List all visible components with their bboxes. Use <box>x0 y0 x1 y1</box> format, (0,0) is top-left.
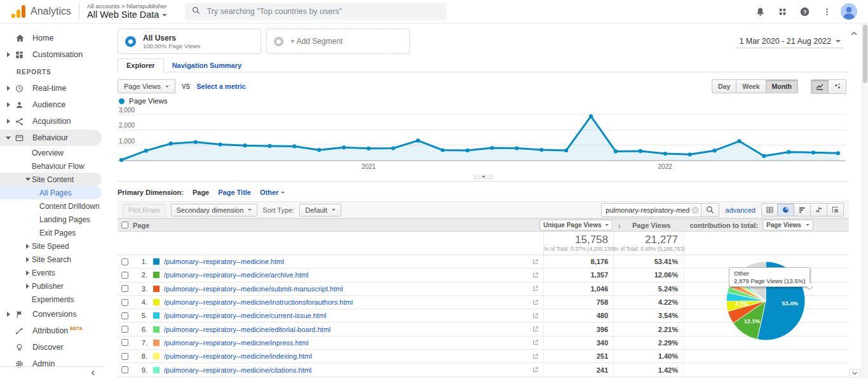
open-page-external-link-icon[interactable] <box>527 312 543 319</box>
global-search[interactable] <box>185 3 447 20</box>
sidebar-item-events[interactable]: Events <box>0 266 105 279</box>
analytics-logo-icon <box>11 5 25 18</box>
page-views-column-header[interactable]: Page Views <box>613 222 683 229</box>
row-checkbox[interactable] <box>121 312 128 319</box>
sidebar-item-site-speed[interactable]: Site Speed <box>0 239 105 253</box>
open-page-external-link-icon[interactable] <box>527 285 543 292</box>
account-switcher[interactable]: All accounts > hilarispublisher All Web … <box>87 3 167 20</box>
page-url-link[interactable]: /pulmonary--respiratory--medicine/archiv… <box>164 271 527 279</box>
date-range-picker[interactable]: 1 Mar 2020 - 21 Aug 2022 <box>736 35 844 48</box>
metric-dropdown[interactable]: Page Views <box>118 79 175 93</box>
vertical-scrollbar[interactable] <box>862 23 868 379</box>
page-url-link[interactable]: /pulmonary--respiratory--medicine/curren… <box>164 312 527 319</box>
sidebar-item-site-search[interactable]: Site Search <box>0 253 105 266</box>
open-page-external-link-icon[interactable] <box>527 326 543 333</box>
granularity-week-button[interactable]: Week <box>736 79 766 93</box>
area-chart-svg[interactable]: 1,0002,0003,00020212022 <box>118 106 846 172</box>
page-url-link[interactable]: /pulmonary--respiratory--medicine/inpres… <box>164 339 527 347</box>
sidebar-item-real-time[interactable]: Real-time <box>0 80 105 96</box>
row-checkbox[interactable] <box>121 272 128 279</box>
scrollbar-thumb[interactable] <box>863 25 867 83</box>
open-page-external-link-icon[interactable] <box>527 366 543 373</box>
tab-explorer[interactable]: Explorer <box>118 58 164 72</box>
page-column-header[interactable]: Page <box>133 222 543 229</box>
sidebar-item-behaviour-flow[interactable]: Behaviour Flow <box>0 159 105 173</box>
sort-type-dropdown[interactable]: Default <box>299 204 341 216</box>
page-url-link[interactable]: /pulmonary--respiratory--medicine/editor… <box>164 326 527 333</box>
open-page-external-link-icon[interactable] <box>527 353 543 360</box>
select-a-metric-link[interactable]: Select a metric <box>196 83 246 90</box>
sidebar-item-customisation[interactable]: Customisation <box>0 46 105 63</box>
page-url-link[interactable]: /pulmonary--respiratory--medicine/submit… <box>164 285 527 293</box>
dimension-page-title[interactable]: Page Title <box>218 189 251 196</box>
notifications-bell-icon[interactable] <box>751 3 769 20</box>
open-page-external-link-icon[interactable] <box>527 272 543 279</box>
metric-column-dropdown[interactable]: Unique Page Views <box>539 220 613 230</box>
row-checkbox[interactable] <box>121 339 128 346</box>
sidebar-item-label: Publisher <box>32 282 64 291</box>
pivot-view-icon[interactable] <box>827 203 844 216</box>
sidebar-item-landing-pages[interactable]: Landing Pages <box>0 213 105 226</box>
tab-navigation-summary[interactable]: Navigation Summary <box>164 59 250 72</box>
sidebar-item-publisher[interactable]: Publisher <box>0 279 105 293</box>
motion-chart-view-icon[interactable] <box>829 79 846 94</box>
sidebar-item-discover[interactable]: Discover <box>0 339 105 356</box>
apps-grid-icon[interactable] <box>773 3 791 20</box>
add-segment-button[interactable]: + Add Segment <box>266 29 410 54</box>
sidebar-item-site-content[interactable]: Site Content <box>0 173 102 186</box>
page-url-link[interactable]: /pulmonary--respiratory--medicine/citati… <box>164 366 527 374</box>
contribution-metric-dropdown[interactable]: Page Views <box>763 220 813 230</box>
chevron-down-icon <box>836 40 841 43</box>
advanced-search-link[interactable]: advanced <box>725 206 756 214</box>
row-checkbox[interactable] <box>121 326 128 333</box>
row-checkbox[interactable] <box>121 299 128 306</box>
sidebar-item-overview[interactable]: Overview <box>0 146 105 159</box>
percentage-view-icon[interactable] <box>778 203 794 216</box>
comparison-view-icon[interactable] <box>811 203 827 216</box>
help-icon[interactable]: ? <box>796 3 813 20</box>
unique-page-views-value: 396 <box>543 322 613 335</box>
open-page-external-link-icon[interactable] <box>527 299 543 306</box>
segment-all-users[interactable]: All Users 100.00% Page Views <box>118 29 261 54</box>
performance-view-icon[interactable] <box>794 203 811 216</box>
sidebar-item-acquisition[interactable]: Acquisition <box>0 113 105 130</box>
table-search-input[interactable] <box>601 203 702 217</box>
page-url-link[interactable]: /pulmonary--respiratory--medicine/indexi… <box>164 352 527 360</box>
select-all-checkbox[interactable] <box>121 222 128 229</box>
sidebar-item-home[interactable]: Home <box>0 30 105 46</box>
open-page-external-link-icon[interactable] <box>527 339 543 346</box>
clear-search-icon[interactable]: × <box>691 206 699 214</box>
search-button[interactable] <box>702 203 719 217</box>
secondary-dimension-dropdown[interactable]: Secondary dimension <box>171 204 258 216</box>
page-url-link[interactable]: /pulmonary--respiratory--medicine/instru… <box>164 298 527 306</box>
sidebar-item-content-drilldown[interactable]: Content Drilldown <box>0 199 105 213</box>
dimension-page[interactable]: Page <box>193 189 209 196</box>
avatar[interactable] <box>840 3 858 20</box>
page-url-link[interactable]: /pulmonary--respiratory--medicine.html <box>164 258 527 265</box>
sidebar-item-all-pages[interactable]: All Pages <box>0 186 102 199</box>
row-checkbox[interactable] <box>121 285 128 292</box>
global-search-input[interactable] <box>207 7 440 16</box>
sidebar-item-experiments[interactable]: Experiments <box>0 293 105 306</box>
expand-panel-button[interactable] <box>849 369 860 378</box>
collapse-panel-button[interactable] <box>850 29 858 40</box>
sidebar-item-attribution[interactable]: AttributionBETA <box>0 322 105 339</box>
dimension-other-dropdown[interactable]: Other <box>260 189 285 196</box>
plot-rows-button[interactable]: Plot Rows <box>123 204 166 216</box>
sidebar-collapse-button[interactable] <box>0 366 105 379</box>
row-checkbox[interactable] <box>121 353 128 360</box>
open-page-external-link-icon[interactable] <box>527 258 543 265</box>
svg-text:?: ? <box>803 8 806 15</box>
sidebar-item-conversions[interactable]: Conversions <box>0 306 105 322</box>
granularity-month-button[interactable]: Month <box>766 79 799 93</box>
more-vert-icon[interactable] <box>818 3 836 20</box>
row-checkbox[interactable] <box>121 258 128 265</box>
sidebar-item-exit-pages[interactable]: Exit Pages <box>0 226 105 239</box>
chart-collapse-handle[interactable] <box>474 175 493 179</box>
row-checkbox[interactable] <box>121 366 128 373</box>
line-chart-view-icon[interactable] <box>811 79 829 94</box>
granularity-day-button[interactable]: Day <box>712 79 736 93</box>
sidebar-item-audience[interactable]: Audience <box>0 96 105 113</box>
sidebar-item-behaviour[interactable]: Behaviour <box>0 130 102 146</box>
table-view-icon[interactable] <box>761 203 778 216</box>
